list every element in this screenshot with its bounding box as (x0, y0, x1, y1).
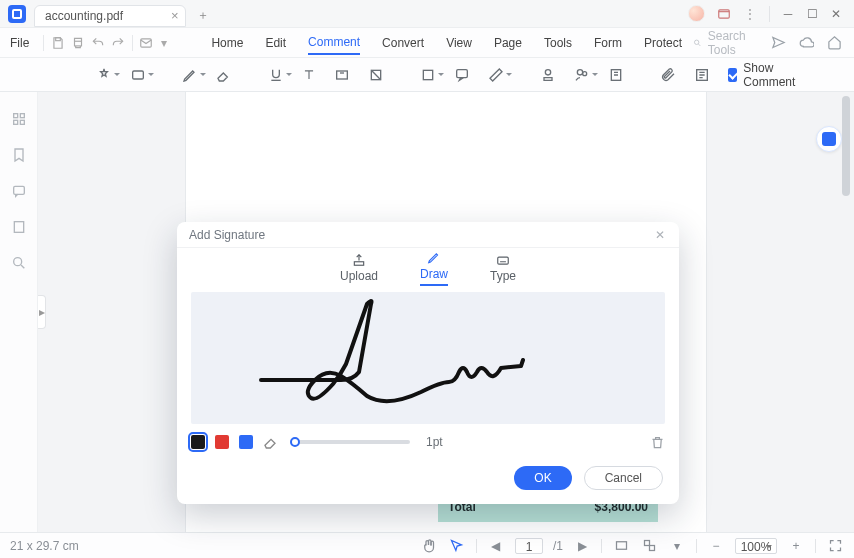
upload-icon (350, 253, 368, 267)
checkbox-checked-icon (728, 68, 737, 82)
kebab-menu-icon[interactable]: ⋮ (742, 6, 758, 22)
search-panel-icon[interactable] (10, 254, 28, 272)
eraser-icon[interactable] (263, 434, 279, 450)
signature-mode-tabs: Upload Draw Type (177, 248, 679, 286)
highlight-tool[interactable] (130, 63, 146, 87)
zoom-out-icon[interactable]: − (707, 537, 725, 555)
comments-panel-icon[interactable] (10, 182, 28, 200)
menu-view[interactable]: View (446, 32, 472, 54)
tab-type[interactable]: Type (490, 253, 516, 286)
page-total: /1 (553, 539, 563, 553)
draw-icon (425, 251, 443, 265)
area-highlight-tool[interactable] (368, 63, 384, 87)
shape-tool[interactable] (420, 63, 436, 87)
svg-point-12 (583, 71, 587, 75)
svg-rect-8 (423, 70, 432, 79)
select-tool-icon[interactable] (448, 537, 466, 555)
tab-draw[interactable]: Draw (420, 251, 448, 286)
ok-button[interactable]: OK (514, 466, 571, 490)
window-maximize-icon[interactable]: ☐ (802, 4, 822, 24)
color-red[interactable] (215, 435, 229, 449)
show-comment-label: Show Comment (743, 61, 800, 89)
tab-title: accounting.pdf (45, 9, 123, 23)
svg-rect-15 (13, 114, 17, 118)
stamp-tool[interactable] (540, 63, 556, 87)
comment-panel-tool[interactable] (694, 63, 710, 87)
attachment-tool[interactable] (660, 63, 676, 87)
prev-page-icon[interactable]: ◀ (487, 537, 505, 555)
hand-tool-icon[interactable] (420, 537, 438, 555)
tab-upload[interactable]: Upload (340, 253, 378, 286)
home-icon[interactable] (826, 35, 842, 51)
show-comment-toggle[interactable]: Show Comment (728, 61, 800, 89)
svg-point-21 (13, 258, 21, 266)
dialog-title-bar: Add Signature ✕ (177, 222, 679, 248)
file-menu[interactable]: File (0, 36, 39, 50)
search-tools-input[interactable]: Search Tools (682, 28, 762, 58)
pencil-tool[interactable] (182, 63, 198, 87)
status-bar: 21 x 29.7 cm ◀ 1 /1 ▶ ▾ − 100% + (0, 532, 854, 558)
menu-tools[interactable]: Tools (544, 32, 572, 54)
menu-home[interactable]: Home (211, 32, 243, 54)
eraser-tool[interactable] (216, 63, 232, 87)
redo-icon[interactable] (111, 32, 125, 54)
window-minimize-icon[interactable]: ─ (778, 4, 798, 24)
text-tool[interactable] (302, 63, 316, 87)
cloud-icon[interactable] (798, 35, 814, 51)
menu-page[interactable]: Page (494, 32, 522, 54)
attachments-panel-icon[interactable] (10, 218, 28, 236)
save-icon[interactable] (51, 32, 65, 54)
undo-icon[interactable] (91, 32, 105, 54)
textbox-tool[interactable] (334, 63, 350, 87)
floating-action-button[interactable] (816, 126, 842, 152)
account-avatar[interactable] (688, 5, 705, 22)
underline-tool[interactable] (268, 63, 284, 87)
color-blue[interactable] (239, 435, 253, 449)
measure-tool[interactable] (488, 63, 504, 87)
thumbnails-icon[interactable] (10, 110, 28, 128)
menu-edit[interactable]: Edit (265, 32, 286, 54)
slider-thumb-icon[interactable] (290, 437, 300, 447)
menu-form[interactable]: Form (594, 32, 622, 54)
svg-rect-22 (354, 262, 363, 266)
view-mode-icon[interactable]: ▾ (668, 537, 686, 555)
svg-rect-26 (649, 546, 654, 551)
signature-canvas[interactable] (191, 292, 665, 424)
page-dimensions: 21 x 29.7 cm (10, 539, 79, 553)
signature-tool[interactable] (574, 63, 590, 87)
callout-tool[interactable] (454, 63, 470, 87)
thickness-slider[interactable] (295, 440, 410, 444)
next-page-icon[interactable]: ▶ (573, 537, 591, 555)
note-tool[interactable] (96, 63, 112, 87)
fit-width-icon[interactable] (612, 537, 630, 555)
send-icon[interactable] (770, 35, 786, 51)
bookmarks-icon[interactable] (10, 146, 28, 164)
cancel-button[interactable]: Cancel (584, 466, 663, 490)
separator (769, 6, 770, 22)
document-tab[interactable]: accounting.pdf × (34, 5, 186, 27)
menu-protect[interactable]: Protect (644, 32, 682, 54)
color-black[interactable] (191, 435, 205, 449)
menu-comment[interactable]: Comment (308, 31, 360, 55)
window-close-icon[interactable]: ✕ (826, 4, 846, 24)
print-icon[interactable] (71, 32, 85, 54)
new-tab-button[interactable]: ＋ (192, 5, 214, 27)
collapse-left-handle[interactable]: ▸ (38, 295, 46, 329)
zoom-in-icon[interactable]: + (787, 537, 805, 555)
mail-dropdown-icon[interactable]: ▾ (159, 32, 168, 54)
dialog-close-icon[interactable]: ✕ (653, 228, 667, 242)
fullscreen-icon[interactable] (826, 537, 844, 555)
zoom-value[interactable]: 100% (735, 538, 777, 554)
fit-page-icon[interactable] (640, 537, 658, 555)
delete-signature-icon[interactable] (649, 434, 665, 450)
mail-icon[interactable] (139, 32, 153, 54)
title-bar: accounting.pdf × ＋ ⋮ ─ ☐ ✕ (0, 0, 854, 28)
svg-rect-17 (13, 120, 17, 124)
close-tab-icon[interactable]: × (171, 9, 179, 22)
page-number-input[interactable]: 1 (515, 538, 543, 554)
vertical-scrollbar[interactable] (842, 96, 850, 196)
menu-convert[interactable]: Convert (382, 32, 424, 54)
stamp-create-tool[interactable] (608, 63, 624, 87)
separator (696, 539, 697, 553)
notification-icon[interactable] (716, 6, 732, 22)
